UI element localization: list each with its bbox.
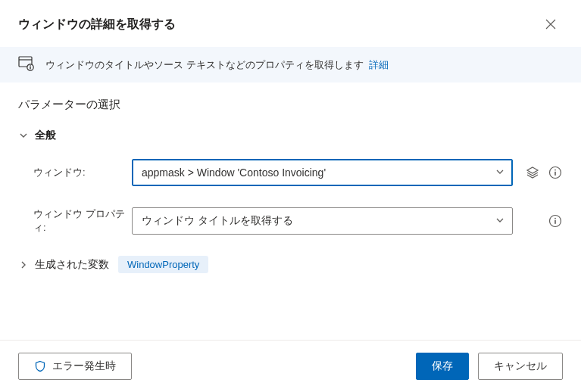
property-field-label: ウィンドウ プロパティ: xyxy=(33,207,132,235)
footer-right-buttons: 保存 キャンセル xyxy=(416,353,563,380)
window-select-value: appmask > Window 'Contoso Invoicing' xyxy=(142,166,326,179)
chevron-down-icon xyxy=(495,166,504,179)
info-icon-button[interactable] xyxy=(548,213,563,229)
svg-point-4 xyxy=(554,170,556,171)
layers-icon-button[interactable] xyxy=(525,165,540,180)
chevron-right-icon xyxy=(18,261,29,269)
info-icon xyxy=(548,166,562,179)
window-field-actions xyxy=(523,165,563,180)
dialog-footer: エラー発生時 保存 キャンセル xyxy=(0,340,581,392)
dialog-body: パラメーターの選択 全般 ウィンドウ: appmask > Window 'Co… xyxy=(0,82,581,340)
banner-text-content: ウィンドウのタイトルやソース テキストなどのプロパティを取得します xyxy=(45,59,364,70)
window-select[interactable]: appmask > Window 'Contoso Invoicing' xyxy=(132,159,513,186)
layers-icon xyxy=(526,166,539,179)
dialog-title: ウィンドウの詳細を取得する xyxy=(18,17,176,33)
svg-rect-8 xyxy=(554,220,556,224)
on-error-button[interactable]: エラー発生時 xyxy=(18,353,132,380)
general-section-header[interactable]: 全般 xyxy=(18,129,563,142)
window-info-icon xyxy=(18,56,35,73)
svg-point-7 xyxy=(554,218,556,219)
section-title: パラメーターの選択 xyxy=(18,98,563,112)
chevron-down-icon xyxy=(18,132,29,139)
general-label: 全般 xyxy=(35,129,56,142)
cancel-button[interactable]: キャンセル xyxy=(478,353,563,380)
svg-rect-5 xyxy=(554,172,556,176)
property-field-row: ウィンドウ プロパティ: ウィンドウ タイトルを取得する xyxy=(18,207,563,235)
shield-icon xyxy=(34,360,46,372)
info-banner: ウィンドウのタイトルやソース テキストなどのプロパティを取得します 詳細 xyxy=(0,47,581,82)
window-field-label: ウィンドウ: xyxy=(33,166,132,179)
generated-vars-header[interactable]: 生成された変数 WindowProperty xyxy=(18,256,563,273)
property-select-value: ウィンドウ タイトルを取得する xyxy=(142,214,293,228)
property-select[interactable]: ウィンドウ タイトルを取得する xyxy=(132,207,513,235)
window-field-row: ウィンドウ: appmask > Window 'Contoso Invoici… xyxy=(18,159,563,186)
generated-vars-label: 生成された変数 xyxy=(35,258,109,272)
dialog-header: ウィンドウの詳細を取得する xyxy=(0,0,581,47)
save-button[interactable]: 保存 xyxy=(416,353,469,380)
variable-tag[interactable]: WindowProperty xyxy=(118,256,208,273)
close-button[interactable] xyxy=(539,12,563,36)
property-field-actions xyxy=(523,213,563,229)
chevron-down-icon xyxy=(495,215,504,227)
info-icon-button[interactable] xyxy=(548,165,563,180)
banner-text: ウィンドウのタイトルやソース テキストなどのプロパティを取得します 詳細 xyxy=(45,58,389,72)
close-icon xyxy=(545,19,556,30)
on-error-label: エラー発生時 xyxy=(52,359,116,373)
info-icon xyxy=(548,214,562,228)
details-link[interactable]: 詳細 xyxy=(369,59,389,70)
